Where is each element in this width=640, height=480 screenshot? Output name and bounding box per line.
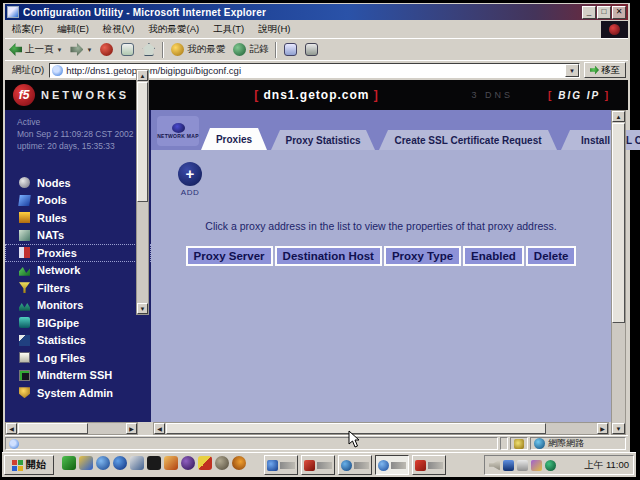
sidebar-item-monitors[interactable]: Monitors	[5, 297, 151, 315]
address-dropdown-icon[interactable]: ▼	[565, 64, 579, 77]
maximize-button[interactable]: □	[597, 6, 611, 19]
menu-help[interactable]: 說明(H)	[251, 23, 297, 36]
add-proxy-button[interactable]: + ADD	[169, 162, 211, 197]
main-vertical-scrollbar[interactable]: ▲ ▼	[611, 110, 626, 435]
tab-proxy-statistics[interactable]: Proxy Statistics	[271, 130, 375, 150]
column-header-enabled: Enabled	[463, 246, 524, 266]
tray-icon[interactable]	[545, 460, 556, 471]
sidebar-item-statistics[interactable]: Statistics	[5, 332, 151, 350]
status-message-panel	[5, 437, 498, 450]
quicklaunch-icon[interactable]	[96, 456, 110, 470]
minimize-button[interactable]: _	[582, 6, 596, 19]
stop-button[interactable]	[96, 42, 117, 57]
main-horizontal-scrollbar[interactable]: ◀ ▶	[153, 422, 609, 435]
taskbar-window-button[interactable]	[264, 455, 298, 475]
scrollbar-thumb[interactable]	[137, 82, 148, 202]
close-button[interactable]: ✕	[612, 6, 626, 19]
scroll-right-icon[interactable]: ▶	[597, 423, 608, 434]
scroll-up-icon[interactable]: ▲	[137, 70, 148, 81]
quicklaunch-icon[interactable]	[181, 456, 195, 470]
tab-install-ssl-certificate[interactable]: Install SSL Certif	[561, 130, 640, 150]
title-bar[interactable]: Configuration Utility - Microsoft Intern…	[5, 4, 628, 20]
quicklaunch-icon[interactable]	[198, 456, 212, 470]
sidebar-item-logfiles[interactable]: Log Files	[5, 349, 151, 367]
tray-icon[interactable]	[531, 460, 542, 471]
start-button[interactable]: 開始	[4, 455, 54, 475]
taskbar-window-button-active[interactable]	[375, 455, 409, 475]
app-icon	[267, 460, 278, 471]
back-icon	[9, 43, 22, 56]
column-header-proxy-server: Proxy Server	[186, 246, 273, 266]
scroll-up-icon[interactable]: ▲	[612, 111, 625, 122]
sidebar-item-system-admin[interactable]: System Admin	[5, 384, 151, 402]
back-dropdown-icon[interactable]: ▼	[57, 47, 63, 53]
quicklaunch-icon[interactable]	[232, 456, 246, 470]
taskbar-window-button[interactable]	[412, 455, 446, 475]
forward-dropdown-icon[interactable]: ▼	[86, 47, 92, 53]
scrollbar-thumb[interactable]	[612, 123, 625, 323]
address-input[interactable]: http://dns1.getop.com/bigipgui/bigconf.c…	[49, 63, 580, 78]
mail-button[interactable]	[280, 42, 301, 57]
menu-edit[interactable]: 編輯(E)	[50, 23, 96, 36]
scroll-down-icon[interactable]: ▼	[137, 303, 148, 314]
menu-file[interactable]: 檔案(F)	[5, 23, 50, 36]
system-admin-icon	[19, 387, 30, 398]
quicklaunch-icon[interactable]	[79, 456, 93, 470]
menu-view[interactable]: 檢視(V)	[96, 23, 142, 36]
tab-create-ssl-certificate-request[interactable]: Create SSL Certificate Request	[379, 130, 557, 150]
tray-icon[interactable]	[517, 460, 528, 471]
print-button[interactable]	[301, 42, 322, 57]
sidebar-item-pools[interactable]: Pools	[5, 192, 151, 210]
scroll-left-icon[interactable]: ◀	[154, 423, 165, 434]
monitors-icon	[19, 300, 30, 311]
favorites-button[interactable]: 我的最愛	[167, 42, 229, 57]
scroll-down-icon[interactable]: ▼	[612, 423, 625, 434]
scrollbar-thumb[interactable]	[18, 423, 88, 434]
tab-proxies[interactable]: Proxies	[201, 128, 267, 150]
proxies-content-panel: + ADD Click a proxy address in the list …	[151, 150, 611, 422]
app-icon	[415, 460, 426, 471]
sidebar-item-filters[interactable]: Filters	[5, 279, 151, 297]
go-button[interactable]: 移至	[584, 62, 626, 78]
sidebar-item-proxies[interactable]: Proxies	[5, 244, 151, 262]
tray-icon[interactable]	[503, 460, 514, 471]
brand-header: f5 NETWORKS [ dns1.getop.com ] 3 DNS [ B…	[5, 80, 628, 110]
refresh-button[interactable]	[117, 42, 138, 57]
ie-quicklaunch-icon[interactable]	[113, 456, 127, 470]
sidebar-horizontal-scrollbar[interactable]: ◀ ▶	[5, 422, 138, 435]
home-icon	[142, 43, 155, 56]
status-state: Active	[17, 116, 151, 128]
sidebar-item-bigpipe[interactable]: BIGpipe	[5, 314, 151, 332]
history-button[interactable]: 記錄	[229, 42, 272, 57]
sidebar-item-network[interactable]: Network	[5, 262, 151, 280]
rules-icon	[19, 212, 30, 223]
scroll-right-icon[interactable]: ▶	[126, 423, 137, 434]
toolbar-separator	[162, 42, 164, 58]
menu-tools[interactable]: 工具(T)	[206, 23, 251, 36]
sidebar-item-nats[interactable]: NATs	[5, 227, 151, 245]
sidebar-item-mindterm-ssh[interactable]: Mindterm SSH	[5, 367, 151, 385]
sidebar-item-nodes[interactable]: Nodes	[5, 174, 151, 192]
scroll-left-icon[interactable]: ◀	[6, 423, 17, 434]
quicklaunch-icon[interactable]	[147, 456, 161, 470]
sidebar: Active Mon Sep 2 11:09:28 CST 2002 uptim…	[5, 110, 151, 422]
sidebar-item-rules[interactable]: Rules	[5, 209, 151, 227]
page-icon	[52, 65, 63, 76]
taskbar-window-button[interactable]	[301, 455, 335, 475]
network-icon	[19, 265, 30, 276]
quicklaunch-icon[interactable]	[164, 456, 178, 470]
home-button[interactable]	[138, 42, 159, 57]
quicklaunch-icon[interactable]	[215, 456, 229, 470]
app-icon	[304, 460, 315, 471]
instruction-text: Click a proxy address in the list to vie…	[151, 220, 611, 232]
quicklaunch-icon[interactable]	[130, 456, 144, 470]
network-map-button[interactable]: NETWORK MAP	[157, 116, 199, 146]
forward-button[interactable]: ▼	[66, 42, 96, 57]
back-button[interactable]: 上一頁 ▼	[5, 42, 66, 57]
sidebar-vertical-scrollbar[interactable]: ▲ ▼	[136, 69, 149, 315]
quicklaunch-icon[interactable]	[62, 456, 76, 470]
taskbar-window-button[interactable]	[338, 455, 372, 475]
volume-icon[interactable]	[489, 460, 500, 471]
browser-toolbar: 上一頁 ▼ ▼ 我的最愛 記錄	[5, 38, 628, 60]
menu-favorites[interactable]: 我的最愛(A)	[141, 23, 206, 36]
